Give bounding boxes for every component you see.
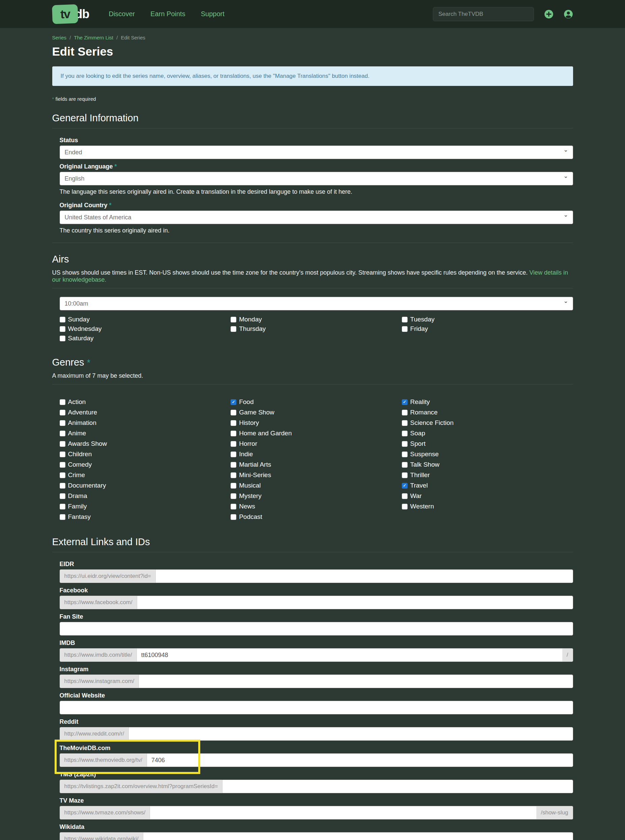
- original-language-select[interactable]: English: [60, 172, 573, 185]
- unchecked-checkbox-icon[interactable]: [60, 336, 65, 341]
- reddit-input[interactable]: [128, 727, 573, 741]
- official-website-input[interactable]: [60, 701, 573, 714]
- unchecked-checkbox-icon[interactable]: [60, 326, 65, 332]
- unchecked-checkbox-icon[interactable]: [402, 504, 407, 510]
- unchecked-checkbox-icon[interactable]: [402, 317, 407, 322]
- unchecked-checkbox-icon[interactable]: [402, 441, 407, 447]
- checkbox-item-podcast[interactable]: Podcast: [230, 513, 402, 521]
- checkbox-item-monday[interactable]: Monday: [230, 316, 402, 323]
- unchecked-checkbox-icon[interactable]: [60, 317, 65, 322]
- checkbox-item-science-fiction[interactable]: Science Fiction: [402, 419, 573, 426]
- checkbox-item-news[interactable]: News: [230, 503, 402, 510]
- unchecked-checkbox-icon[interactable]: [60, 441, 65, 447]
- add-button[interactable]: [544, 9, 553, 19]
- checkbox-item-animation[interactable]: Animation: [60, 419, 231, 426]
- unchecked-checkbox-icon[interactable]: [60, 410, 65, 415]
- unchecked-checkbox-icon[interactable]: [60, 483, 65, 488]
- checkbox-item-sunday[interactable]: Sunday: [60, 316, 231, 323]
- unchecked-checkbox-icon[interactable]: [230, 493, 236, 499]
- facebook-input[interactable]: [137, 596, 573, 609]
- checked-checkbox-icon[interactable]: ✓: [230, 399, 236, 405]
- checked-checkbox-icon[interactable]: ✓: [402, 399, 407, 405]
- unchecked-checkbox-icon[interactable]: [230, 441, 236, 447]
- tvdb-logo[interactable]: tv db: [52, 5, 89, 23]
- account-button[interactable]: [564, 9, 573, 19]
- checkbox-item-adventure[interactable]: Adventure: [60, 409, 231, 416]
- checkbox-item-history[interactable]: History: [230, 419, 402, 426]
- checked-checkbox-icon[interactable]: ✓: [402, 483, 407, 488]
- nav-earn-points[interactable]: Earn Points: [150, 10, 185, 18]
- checkbox-item-documentary[interactable]: Documentary: [60, 482, 231, 489]
- checkbox-item-mystery[interactable]: Mystery: [230, 492, 402, 500]
- checkbox-item-reality[interactable]: ✓Reality: [402, 398, 573, 406]
- checkbox-item-indie[interactable]: Indie: [230, 451, 402, 458]
- unchecked-checkbox-icon[interactable]: [230, 326, 236, 332]
- checkbox-item-anime[interactable]: Anime: [60, 429, 231, 437]
- original-country-select[interactable]: United States of America: [60, 211, 573, 224]
- checkbox-item-romance[interactable]: Romance: [402, 409, 573, 416]
- unchecked-checkbox-icon[interactable]: [402, 326, 407, 332]
- unchecked-checkbox-icon[interactable]: [60, 514, 65, 520]
- unchecked-checkbox-icon[interactable]: [60, 451, 65, 457]
- themoviedb-com-input[interactable]: [147, 753, 573, 767]
- unchecked-checkbox-icon[interactable]: [230, 514, 236, 520]
- checkbox-item-thursday[interactable]: Thursday: [230, 325, 402, 333]
- unchecked-checkbox-icon[interactable]: [402, 493, 407, 499]
- nav-support[interactable]: Support: [201, 10, 224, 18]
- checkbox-item-martial-arts[interactable]: Martial Arts: [230, 461, 402, 468]
- imdb-input[interactable]: [137, 648, 562, 662]
- checkbox-item-thriller[interactable]: Thriller: [402, 471, 573, 479]
- checkbox-item-friday[interactable]: Friday: [402, 325, 573, 333]
- checkbox-item-tuesday[interactable]: Tuesday: [402, 316, 573, 323]
- nav-discover[interactable]: Discover: [109, 10, 135, 18]
- fan-site-input[interactable]: [60, 622, 573, 635]
- checkbox-item-mini-series[interactable]: Mini-Series: [230, 471, 402, 479]
- checkbox-item-sport[interactable]: Sport: [402, 440, 573, 448]
- breadcrumb-show[interactable]: The Zimmern List: [74, 35, 113, 40]
- checkbox-item-soap[interactable]: Soap: [402, 429, 573, 437]
- unchecked-checkbox-icon[interactable]: [60, 399, 65, 405]
- checkbox-item-home-and-garden[interactable]: Home and Garden: [230, 429, 402, 437]
- checkbox-item-horror[interactable]: Horror: [230, 440, 402, 448]
- unchecked-checkbox-icon[interactable]: [230, 473, 236, 478]
- checkbox-item-game-show[interactable]: Game Show: [230, 409, 402, 416]
- tv-maze-input[interactable]: [150, 806, 536, 820]
- air-time-select[interactable]: 10:00am: [60, 297, 573, 310]
- unchecked-checkbox-icon[interactable]: [230, 462, 236, 468]
- unchecked-checkbox-icon[interactable]: [60, 420, 65, 426]
- unchecked-checkbox-icon[interactable]: [230, 317, 236, 322]
- unchecked-checkbox-icon[interactable]: [402, 420, 407, 426]
- status-select[interactable]: Ended: [60, 146, 573, 159]
- checkbox-item-fantasy[interactable]: Fantasy: [60, 513, 231, 521]
- search-input[interactable]: [433, 7, 534, 21]
- checkbox-item-travel[interactable]: ✓Travel: [402, 482, 573, 489]
- checkbox-item-musical[interactable]: Musical: [230, 482, 402, 489]
- tms-zap2it-input[interactable]: [222, 780, 573, 793]
- checkbox-item-war[interactable]: War: [402, 492, 573, 500]
- unchecked-checkbox-icon[interactable]: [60, 431, 65, 436]
- breadcrumb-series[interactable]: Series: [52, 35, 67, 40]
- unchecked-checkbox-icon[interactable]: [402, 451, 407, 457]
- unchecked-checkbox-icon[interactable]: [60, 504, 65, 510]
- checkbox-item-talk-show[interactable]: Talk Show: [402, 461, 573, 468]
- checkbox-item-western[interactable]: Western: [402, 503, 573, 510]
- unchecked-checkbox-icon[interactable]: [230, 483, 236, 488]
- checkbox-item-comedy[interactable]: Comedy: [60, 461, 231, 468]
- unchecked-checkbox-icon[interactable]: [402, 462, 407, 468]
- checkbox-item-family[interactable]: Family: [60, 503, 231, 510]
- instagram-input[interactable]: [138, 674, 573, 688]
- checkbox-item-suspense[interactable]: Suspense: [402, 451, 573, 458]
- wikidata-input[interactable]: [143, 832, 573, 840]
- checkbox-item-food[interactable]: ✓Food: [230, 398, 402, 406]
- checkbox-item-awards-show[interactable]: Awards Show: [60, 440, 231, 448]
- checkbox-item-action[interactable]: Action: [60, 398, 231, 406]
- unchecked-checkbox-icon[interactable]: [60, 462, 65, 468]
- unchecked-checkbox-icon[interactable]: [230, 451, 236, 457]
- checkbox-item-crime[interactable]: Crime: [60, 471, 231, 479]
- unchecked-checkbox-icon[interactable]: [402, 410, 407, 415]
- checkbox-item-wednesday[interactable]: Wednesday: [60, 325, 231, 333]
- checkbox-item-drama[interactable]: Drama: [60, 492, 231, 500]
- eidr-input[interactable]: [155, 569, 573, 583]
- unchecked-checkbox-icon[interactable]: [60, 473, 65, 478]
- unchecked-checkbox-icon[interactable]: [230, 431, 236, 436]
